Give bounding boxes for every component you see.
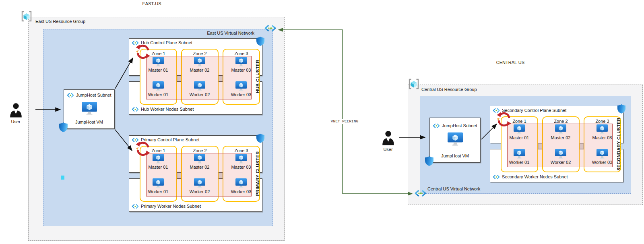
central-jumphost-subnet-box[interactable]: JumpHost Subnet JumpHost VM bbox=[429, 118, 481, 163]
worker-nodes-subnet-header: Secondary Worker Nodes Subnet bbox=[493, 174, 568, 179]
vm-label: Worker 01 bbox=[141, 190, 175, 194]
shield-icon[interactable] bbox=[59, 122, 68, 132]
vm-label: Master 02 bbox=[183, 165, 217, 170]
cluster-name-label: HUB CLUSTER bbox=[255, 60, 260, 93]
vnet-peering-label: VNET PEERING bbox=[329, 119, 360, 124]
master-vm[interactable]: Master 01 bbox=[502, 124, 536, 140]
central-virtual-network-label: Central US Virtual Network bbox=[427, 186, 480, 192]
shield-icon[interactable] bbox=[617, 104, 625, 114]
vm-icon bbox=[597, 149, 608, 159]
cluster-name-label: SECONDARY CLUSTER bbox=[616, 118, 621, 170]
cluster-name-label: PRIMARY CLUSTER bbox=[255, 151, 260, 196]
master-vm[interactable]: Master 01 bbox=[141, 154, 175, 170]
vm-label: Master 02 bbox=[183, 68, 217, 72]
architecture-diagram: EAST-US East US Resource Group East US V… bbox=[0, 0, 644, 244]
zone-label: Zone 2 bbox=[182, 51, 218, 56]
vm-icon bbox=[194, 57, 205, 67]
east-virtual-network-label: East US Virtual Network bbox=[177, 31, 254, 36]
worker-nodes-subnet-header: Primary Worker Nodes Subnet bbox=[132, 204, 201, 209]
vm-icon[interactable] bbox=[448, 132, 463, 146]
worker-vm[interactable]: Worker 02 bbox=[183, 178, 217, 194]
shield-icon[interactable] bbox=[425, 156, 433, 166]
sync-arrows-icon[interactable] bbox=[497, 112, 511, 126]
subnet-icon bbox=[67, 93, 74, 97]
sync-arrows-icon[interactable] bbox=[136, 141, 150, 156]
user-icon[interactable] bbox=[382, 130, 394, 146]
vm-icon bbox=[153, 154, 164, 164]
vnet-peering-line bbox=[279, 30, 412, 194]
hub-cluster: Zone 1Zone 2Zone 3Master 01Worker 01Mast… bbox=[129, 38, 263, 115]
worker-nodes-subnet-label: Secondary Worker Nodes Subnet bbox=[502, 174, 568, 179]
resource-group-icon[interactable] bbox=[21, 11, 33, 22]
zone-label: Zone 2 bbox=[182, 148, 218, 153]
shield-icon[interactable] bbox=[256, 134, 264, 143]
primary-cluster: Zone 1Zone 2Zone 3Master 01Worker 01Mast… bbox=[129, 135, 263, 212]
vm-icon bbox=[555, 149, 566, 159]
vm-icon bbox=[235, 178, 247, 188]
master-vm[interactable]: Master 02 bbox=[544, 124, 578, 140]
cluster-side-label: SECONDARY CLUSTER bbox=[613, 106, 625, 182]
small-cube-artifact bbox=[61, 176, 64, 180]
subnet-icon bbox=[433, 124, 440, 128]
vm-icon bbox=[597, 124, 608, 134]
master-vm[interactable]: Master 01 bbox=[141, 57, 175, 72]
vm-label: Master 01 bbox=[502, 136, 536, 140]
vm-icon bbox=[235, 57, 247, 67]
vm-icon bbox=[194, 178, 205, 188]
sync-arrows-icon[interactable] bbox=[136, 44, 150, 59]
subnet-icon bbox=[132, 107, 139, 112]
central-region-title: CENTRAL-US bbox=[470, 60, 551, 65]
vm-icon bbox=[153, 57, 164, 67]
zone-label: Zone 2 bbox=[543, 119, 579, 124]
vm-icon bbox=[235, 154, 247, 164]
jumphost-vm-label: JumpHost VM bbox=[64, 120, 114, 124]
worker-vm[interactable]: Worker 01 bbox=[141, 178, 175, 194]
resource-group-icon[interactable] bbox=[408, 79, 420, 89]
worker-nodes-subnet-header: Hub Worker Nodes Subnet bbox=[132, 107, 194, 112]
virtual-network-icon[interactable] bbox=[264, 24, 277, 33]
vm-label: Worker 01 bbox=[502, 160, 536, 165]
vm-label: Worker 02 bbox=[544, 160, 578, 165]
central-resource-group-label: Central US Resource Group bbox=[421, 87, 477, 92]
worker-vm[interactable]: Worker 01 bbox=[502, 149, 536, 165]
subnet-icon bbox=[132, 204, 139, 209]
vm-icon bbox=[153, 81, 164, 91]
vm-icon bbox=[153, 178, 164, 188]
vm-icon bbox=[555, 124, 566, 134]
vm-label: Master 02 bbox=[544, 136, 578, 140]
jumphost-subnet-label: JumpHost Subnet bbox=[442, 123, 477, 128]
vm-icon[interactable] bbox=[82, 102, 97, 116]
control-plane-subnet-label: Secondary Control Plane Subnet bbox=[502, 108, 566, 113]
worker-nodes-subnet-label: Primary Worker Nodes Subnet bbox=[141, 204, 201, 209]
virtual-network-icon[interactable] bbox=[414, 189, 427, 198]
worker-vm[interactable]: Worker 02 bbox=[183, 81, 217, 97]
secondary-cluster: Zone 1Zone 2Zone 3Master 01Worker 01Mast… bbox=[490, 106, 624, 182]
vm-label: Worker 02 bbox=[183, 190, 217, 194]
vm-label: Worker 02 bbox=[183, 93, 217, 97]
master-vm[interactable]: Master 02 bbox=[183, 57, 217, 72]
vm-label: Master 01 bbox=[141, 68, 175, 72]
jumphost-subnet-label: JumpHost Subnet bbox=[76, 93, 111, 97]
vm-icon bbox=[194, 81, 205, 91]
user-label: User bbox=[6, 119, 26, 124]
cluster-side-label: HUB CLUSTER bbox=[252, 38, 264, 115]
vm-icon bbox=[514, 149, 525, 159]
east-resource-group-label: East US Resource Group bbox=[35, 19, 85, 24]
cluster-side-label: PRIMARY CLUSTER bbox=[252, 135, 264, 212]
vm-icon bbox=[235, 81, 247, 91]
user-icon[interactable] bbox=[10, 102, 22, 118]
worker-nodes-subnet-label: Hub Worker Nodes Subnet bbox=[141, 107, 194, 112]
vm-icon bbox=[514, 124, 525, 134]
worker-vm[interactable]: Worker 02 bbox=[544, 149, 578, 165]
vm-label: Master 01 bbox=[141, 165, 175, 170]
jumphost-vm-label: JumpHost VM bbox=[430, 153, 480, 158]
vm-label: Worker 01 bbox=[141, 93, 175, 97]
user-label: User bbox=[378, 147, 398, 152]
east-region-title: EAST-US bbox=[111, 1, 192, 6]
subnet-icon bbox=[493, 175, 500, 179]
vm-icon bbox=[194, 154, 205, 164]
shield-icon[interactable] bbox=[256, 37, 264, 46]
worker-vm[interactable]: Worker 01 bbox=[141, 81, 175, 97]
master-vm[interactable]: Master 02 bbox=[183, 154, 217, 170]
east-jumphost-subnet-box[interactable]: JumpHost Subnet JumpHost VM bbox=[64, 89, 115, 129]
